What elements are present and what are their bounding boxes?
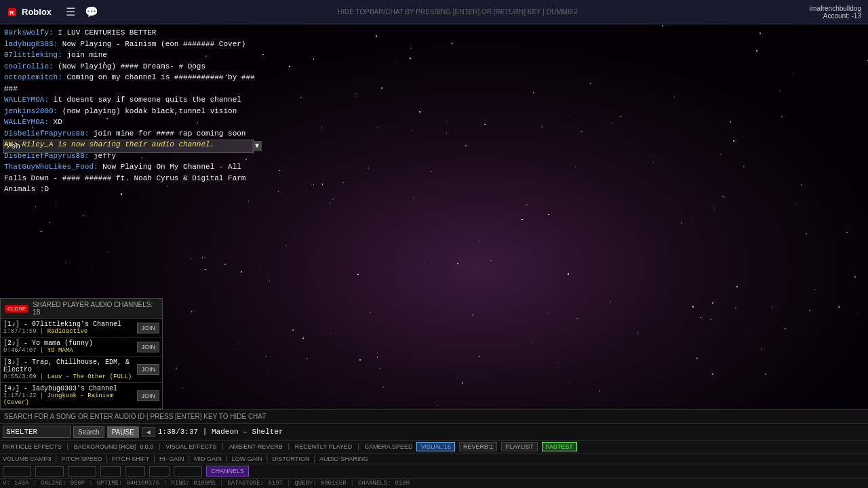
channel-name: [2♪] - Yo mama (funny) — [3, 340, 134, 347]
topbar-account: imafrenchbulldog Account: -13 — [810, 5, 868, 20]
chat-line: ladybug0303: Now Playing - Rainism (eon … — [0, 39, 264, 50]
uptime-val: 04H10M37S — [126, 480, 159, 487]
fastest-button[interactable]: FASTEST — [542, 442, 577, 451]
channel-info: [1♪] - 07littleking's Channel 1:07/1:59 … — [3, 321, 134, 335]
search-bar-hint: SEARCH FOR A SONG OR ENTER AUDIO ID | PR… — [0, 410, 868, 424]
datastore-label: DATASTORE: — [227, 480, 264, 487]
chat-line: jenkins2000: (now playing) kodak black,t… — [0, 106, 264, 117]
sep3: | — [220, 443, 224, 451]
channel-song: 1:17/1:22 | Jungkook - Rainism (Cover) — [3, 392, 134, 406]
v-val: 140A — [14, 480, 29, 487]
chat-input[interactable] — [3, 140, 254, 153]
channels-list: [1♪] - 07littleking's Channel 1:07/1:59 … — [1, 319, 162, 409]
status-bar: V: 140A | ONLINE: 050P | UPTIME: 04H10M3… — [0, 479, 868, 488]
channel-item: [3♪] - Trap, Chillhouse, EDM, & Electro … — [1, 357, 162, 383]
channel-info: [3♪] - Trap, Chillhouse, EDM, & Electro … — [3, 359, 134, 380]
channels-close-button[interactable]: CLOSE — [5, 305, 28, 312]
low-gain-input[interactable]: 5.0 — [149, 466, 170, 476]
channel-info: [4♪] - ladybug0303's Channel 1:17/1:22 |… — [3, 385, 134, 406]
mid-gain-label: MID GAIN — [194, 455, 222, 462]
effects-row: PARTICLE EFFECTS | BACKGROUND [RGB] 0,0,… — [0, 441, 868, 453]
channel-item: [1♪] - 07littleking's Channel 1:07/1:59 … — [1, 319, 162, 338]
query-val: 000165R — [321, 480, 347, 487]
channel-name: [4♪] - ladybug0303's Channel — [3, 385, 134, 392]
song-input[interactable] — [3, 426, 71, 438]
channels-header-title: SHARED PLAYER AUDIO CHANNELS: 18 — [33, 301, 158, 316]
low-gain-label: LOW GAIN — [232, 455, 262, 462]
search-button[interactable]: Search — [73, 426, 104, 438]
pitch-speed-input[interactable]: 1.000 — [35, 466, 64, 476]
chat-line: WALLEYMOA: it doesnt say if someone quit… — [0, 94, 264, 106]
channel-song: 1:07/1:59 | Radioactive — [3, 328, 134, 335]
channels-status-label: CHANNELS: — [358, 480, 391, 487]
sep1: | — [66, 443, 70, 451]
volume-label: VOLUME CAMP3 — [3, 455, 52, 462]
chat-line: 07littleking: join mine — [0, 49, 264, 61]
join-channel-button[interactable]: JOIN — [137, 364, 159, 375]
channels-panel-header: CLOSE SHARED PLAYER AUDIO CHANNELS: 18 — [1, 299, 162, 319]
sep5: | — [356, 443, 360, 451]
chat-line: WALLEYMOA: XD — [0, 117, 264, 128]
channel-info: [2♪] - Yo mama (funny) 0:46/4:07 | YO MA… — [3, 340, 134, 354]
distortion-input[interactable]: 0.000 — [174, 466, 202, 476]
channels-status-val: 018H — [395, 480, 410, 487]
channel-song: 0:46/4:07 | YO MAMA — [3, 347, 134, 354]
channel-item: [2♪] - Yo mama (funny) 0:46/4:07 | YO MA… — [1, 338, 162, 357]
pitch-shift-label: PITCH SHIFT — [112, 455, 150, 462]
pitch-speed-label: PITCH SPEED — [61, 455, 102, 462]
visual-button[interactable]: VISUAL:16 — [416, 442, 455, 451]
background-rgb-label: BACKGROUND [RGB] — [74, 443, 136, 450]
distortion-label: DISTORTION — [272, 455, 309, 462]
bottom-panel: SEARCH FOR A SONG OR ENTER AUDIO ID | PR… — [0, 409, 868, 488]
ping-val: 0100MS — [194, 480, 216, 487]
chat-input-area: ▼ — [0, 138, 264, 155]
datastore-val: 019T — [268, 480, 283, 487]
chat-line: octopiemitch: Coming on my channel is ##… — [0, 72, 264, 94]
join-channel-button[interactable]: JOIN — [137, 390, 159, 401]
chat-line: BarksWolfy: I LUV CENTURIES BETTER — [0, 27, 264, 39]
arrow-left-button[interactable]: ◄ — [142, 427, 155, 437]
sep2: | — [157, 443, 161, 451]
volume-input[interactable]: 100.000 — [3, 466, 31, 476]
channel-name: [3♪] - Trap, Chillhouse, EDM, & Electro — [3, 359, 134, 373]
topbar-icons: ☰ 💬 — [58, 3, 106, 22]
mid-gain-input[interactable]: 6.0 — [125, 466, 145, 476]
join-channel-button[interactable]: JOIN — [137, 323, 159, 333]
ping-label: PING: — [171, 480, 189, 487]
player-row: Search PAUSE ◄ 1:38/3:37 | Madeon – Shel… — [0, 424, 868, 441]
pitch-shift-input[interactable]: 1.000 — [68, 466, 96, 476]
join-channel-button[interactable]: JOIN — [137, 342, 159, 352]
now-playing-text: 1:38/3:37 | Madeon – Shelter — [158, 428, 865, 436]
online-label: ONLINE: — [41, 480, 66, 487]
account-id: Account: -13 — [810, 12, 861, 20]
channels-panel: CLOSE SHARED PLAYER AUDIO CHANNELS: 18 [… — [0, 298, 163, 409]
chat-panel: BarksWolfy: I LUV CENTURIES BETTERladybu… — [0, 24, 264, 198]
particle-effects-label: PARTICLE EFFECTS — [3, 443, 62, 450]
hamburger-icon[interactable]: ☰ — [62, 3, 79, 22]
chat-scroll-button[interactable]: ▼ — [252, 141, 262, 151]
ambient-reverb-label: AMBIENT REVERB — [229, 443, 282, 450]
playlist-button[interactable]: PLAYLIST — [501, 442, 537, 451]
channel-song: 0:55/3:09 | Lauv - The Other (FULL) — [3, 373, 134, 380]
visual-effects-label: VISUAL EFFECTS — [165, 443, 216, 450]
volume-row: 100.000 1.000 1.000 3.0 6.0 5.0 0.000 CH… — [0, 464, 868, 479]
camera-speed-label: CAMERA SPEED — [364, 443, 412, 450]
topbar-hint: HIDE TOPBAR/CHAT BY PRESSING [ENTER] OR … — [106, 8, 810, 16]
hi-gain-input[interactable]: 3.0 — [100, 466, 121, 476]
reverb-button[interactable]: REVERB:1 — [459, 442, 498, 451]
topbar: R Roblox ☰ 💬 HIDE TOPBAR/CHAT BY PRESSIN… — [0, 0, 868, 24]
query-label: QUERY: — [294, 480, 316, 487]
online-val: 050P — [71, 480, 85, 487]
channel-name: [1♪] - 07littleking's Channel — [3, 321, 134, 328]
svg-text:R: R — [9, 9, 14, 16]
search-hint-text: SEARCH FOR A SONG OR ENTER AUDIO ID | PR… — [4, 413, 266, 420]
channels-button[interactable]: CHANNELS — [206, 466, 249, 476]
v-label: V: — [3, 480, 10, 487]
chat-icon[interactable]: 💬 — [81, 3, 102, 22]
sep4: | — [287, 443, 291, 451]
hi-gain-label: HI- GAIN — [159, 455, 184, 462]
roblox-title: Roblox — [22, 7, 52, 17]
settings-labels-row: VOLUME CAMP3 | PITCH SPEED | PITCH SHIFT… — [0, 453, 868, 464]
pause-button[interactable]: PAUSE — [107, 426, 139, 438]
chat-line: coolrollie: (Now Playing) #### Dreams- #… — [0, 61, 264, 73]
